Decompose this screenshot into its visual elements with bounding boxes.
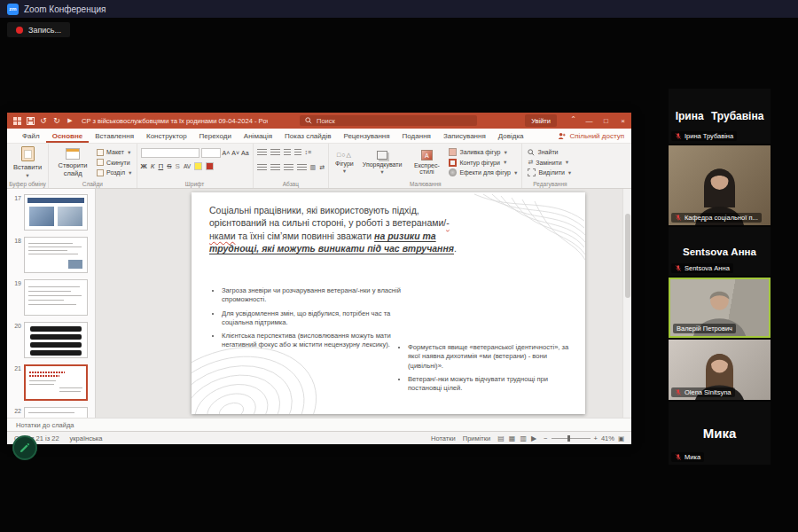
share-button[interactable]: Спільний доступ [558,129,624,143]
tab-help[interactable]: Довідка [492,129,530,143]
slide-bullets-left[interactable]: Загроза зневіри чи розчарування ветерана… [211,286,415,355]
close-button[interactable]: × [614,113,631,129]
text-shadow-icon[interactable]: S [176,162,180,170]
line-spacing-icon[interactable]: ↕≡ [305,149,312,155]
undo-icon[interactable]: ↺ [39,116,48,125]
text-direction-icon[interactable]: ⇄ [319,164,325,171]
recording-indicator[interactable]: Запись... [7,22,70,37]
slide-thumbnail-22[interactable] [24,407,88,418]
align-center-icon[interactable] [270,164,280,171]
underline-icon[interactable]: П [158,162,163,170]
slide-thumbnail-21-active[interactable] [24,364,88,401]
shape-effects-button[interactable]: Ефекти для фігур▼ [449,168,518,177]
save-icon[interactable] [26,116,35,125]
notes-bar[interactable]: Нотатки до слайда [7,418,631,431]
select-button[interactable]: Виділити▼ [528,168,572,177]
fit-to-window-icon[interactable]: ▣ [618,434,624,442]
slide-title-text[interactable]: Соціальні працівники, які використовують… [209,204,463,255]
tab-animations[interactable]: Анімація [238,129,278,143]
tab-insert[interactable]: Вставлення [89,129,140,143]
ppt-titlebar: ↺ ↻ ▶ СР з військовослужбовцями та їх ро… [7,113,631,129]
slideshow-view-icon[interactable]: ▶ [531,434,536,442]
tab-design[interactable]: Конструктор [140,129,193,143]
shrink-font-icon[interactable]: A˅ [231,150,239,156]
tab-slideshow[interactable]: Показ слайдів [278,129,337,143]
zoom-slider[interactable] [552,438,591,439]
shapes-button[interactable]: □○△ Фігури ▼ [332,146,356,178]
find-button[interactable]: Знайти [528,147,572,157]
tab-review[interactable]: Рецензування [337,129,395,143]
tab-file[interactable]: Файл [16,129,46,143]
minimize-button[interactable]: — [581,113,598,129]
participant-tile-kafedra[interactable]: Кафедра соціальної п... [669,145,771,225]
char-spacing-icon[interactable]: AV [184,163,191,169]
justify-icon[interactable] [297,164,307,171]
shape-outline-icon [449,159,457,167]
grow-font-icon[interactable]: A˄ [223,150,231,156]
notes-toggle[interactable]: Нотатки [431,434,456,442]
slide-sorter-view-icon[interactable]: ▦ [509,434,516,442]
decrease-indent-icon[interactable] [284,149,291,156]
paste-button[interactable]: Вставити ▼ [11,146,44,178]
numbered-list-icon[interactable] [270,149,280,156]
bold-icon[interactable]: Ж [141,162,147,170]
participant-tile-sentsova[interactable]: Sentsova Анна Sentsova Анна [669,227,771,276]
search-box[interactable]: Поиск [300,115,477,126]
slide-thumbnail-19[interactable] [24,279,88,316]
slide-thumbnail-18[interactable] [24,237,88,273]
shape-outline-button[interactable]: Контур фігури▼ [449,158,518,168]
vertical-scrollbar[interactable] [622,189,631,418]
annotation-tool-button[interactable] [12,435,37,460]
new-slide-button[interactable]: Створити слайд [52,146,93,178]
participant-tile-iryna[interactable]: Ірина Трубавіна Ірина Трубавіна [669,89,771,144]
participant-tile-olena[interactable]: Olena Sinitsyna [669,340,771,400]
italic-icon[interactable]: К [151,162,155,170]
reading-view-icon[interactable]: ▥ [520,434,527,442]
font-size-box[interactable] [201,148,221,158]
redo-icon[interactable]: ↻ [52,116,61,125]
quick-styles-button[interactable]: A Експрес-стилі [408,146,445,178]
highlight-color-icon[interactable] [194,162,202,170]
status-bar: Слайд 21 із 22 українська Нотатки Приміт… [7,431,631,444]
bullet-list-icon[interactable] [257,149,267,156]
zoom-window-title: Zoom Конференция [24,4,106,14]
zoom-out-icon[interactable]: − [544,434,547,442]
language-indicator[interactable]: українська [70,434,103,442]
slide-thumbnail-17[interactable] [24,194,88,231]
app-icon[interactable] [12,116,21,125]
participant-tile-valerii-active-speaker[interactable]: Валерій Петрович [669,278,771,338]
font-name-box[interactable] [141,148,200,158]
align-right-icon[interactable] [284,164,293,171]
shape-fill-button[interactable]: Заливка фігур▼ [449,147,518,157]
reset-button[interactable]: Скинути [97,158,132,168]
change-case-icon[interactable]: Aa [241,150,249,156]
zoom-level: 41% [601,434,614,442]
tab-transitions[interactable]: Переходи [193,129,238,143]
tab-view[interactable]: Подання [396,129,437,143]
increase-indent-icon[interactable] [294,149,301,156]
columns-icon[interactable]: ▥ [310,164,317,171]
paste-icon [21,146,35,161]
layout-button[interactable]: Макет▼ [97,147,132,157]
ribbon-options-icon[interactable]: ⌃ [570,115,576,123]
slide-thumbnail-20[interactable] [24,322,88,358]
sign-in-button[interactable]: Увійти [525,114,557,127]
participant-tile-myka[interactable]: Мика Мика [669,402,771,465]
tab-recording[interactable]: Записування [437,129,492,143]
normal-view-icon[interactable]: ▤ [497,434,505,442]
zoom-in-icon[interactable]: + [594,434,598,442]
strikethrough-icon[interactable]: S [167,162,171,170]
section-button[interactable]: Розділ▼ [97,168,132,177]
replace-button[interactable]: ⇄Замінити▼ [528,158,572,168]
font-color-icon[interactable] [206,162,214,170]
arrange-button[interactable]: Упорядкувати ▼ [360,146,405,178]
align-left-icon[interactable] [257,164,267,171]
present-icon[interactable]: ▶ [66,116,74,125]
ribbon-tab-bar: Файл Основне Вставлення Конструктор Пере… [7,129,631,144]
slide-bullets-right[interactable]: Формується явище «ветеранської ідентично… [397,343,582,397]
comments-toggle[interactable]: Примітки [463,434,490,442]
window-controls: — □ × [581,113,631,129]
tab-home[interactable]: Основне [46,129,90,143]
restore-button[interactable]: □ [598,113,614,129]
current-slide[interactable]: Соціальні працівники, які використовують… [192,192,585,414]
